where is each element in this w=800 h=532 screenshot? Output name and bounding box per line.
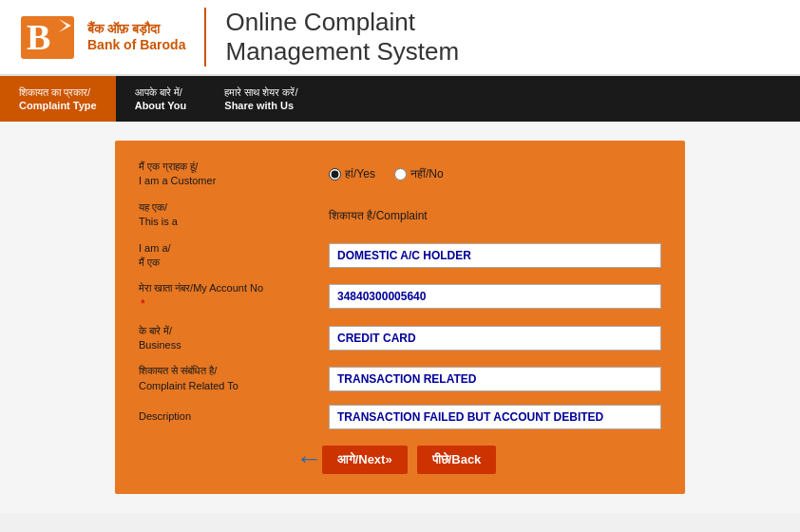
value-account bbox=[329, 284, 661, 309]
radio-group-customer: हां/Yes नहीं/No bbox=[329, 167, 661, 180]
nav-label-eng-1: Complaint Type bbox=[19, 99, 97, 112]
value-complaint: शिकायत है/Complaint bbox=[329, 206, 661, 223]
nav-bar: शिकायत का प्रकार/ Complaint Type आपके बा… bbox=[0, 76, 800, 122]
svg-text:B: B bbox=[27, 17, 50, 57]
nav-label-hindi-1: शिकायत का प्रकार/ bbox=[19, 86, 97, 99]
label-account: मेरा खाता नंबर/My Account No * bbox=[139, 281, 329, 312]
form-row-customer: मैं एक ग्राहक हूं/ I am a Customer हां/Y… bbox=[139, 160, 661, 189]
description-input[interactable] bbox=[329, 405, 661, 429]
system-title-text: Online Complaint Management System bbox=[225, 8, 459, 66]
label-description: Description bbox=[139, 409, 329, 424]
label-related-to: शिकायत से संबंधित है/ Complaint Related … bbox=[139, 364, 329, 393]
form-row-iam: I am a/ मैं एक bbox=[139, 241, 661, 271]
value-domestic bbox=[329, 243, 661, 268]
nav-item-complaint-type[interactable]: शिकायत का प्रकार/ Complaint Type bbox=[0, 76, 116, 122]
value-description bbox=[329, 405, 661, 429]
nav-label-eng-2: About You bbox=[135, 99, 187, 112]
next-button[interactable]: आगे/Next» bbox=[322, 446, 408, 474]
nav-item-about-you[interactable]: आपके बारे में/ About You bbox=[116, 76, 206, 122]
nav-label-hindi-3: हमारे साथ शेयर करें/ bbox=[224, 86, 297, 99]
arrow-down-icon: ↓ bbox=[295, 453, 326, 466]
form-row-business: के बारे में/ Business bbox=[139, 324, 661, 353]
form-row-related-to: शिकायत से संबंधित है/ Complaint Related … bbox=[139, 364, 661, 393]
domestic-holder-input[interactable] bbox=[329, 243, 661, 268]
nav-label-eng-3: Share with Us bbox=[224, 99, 297, 112]
label-customer: मैं एक ग्राहक हूं/ I am a Customer bbox=[139, 160, 329, 189]
logo-area: B बैंक ऑफ़ बड़ौदा Bank of Baroda bbox=[19, 11, 185, 64]
bank-name-eng: Bank of Baroda bbox=[87, 37, 185, 53]
header: B बैंक ऑफ़ बड़ौदा Bank of Baroda Online … bbox=[0, 0, 800, 76]
label-this-is-a: यह एक/ This is a bbox=[139, 200, 329, 230]
business-input[interactable] bbox=[329, 326, 661, 351]
bank-logo-icon: B bbox=[19, 11, 76, 64]
main-content: मैं एक ग्राहक हूं/ I am a Customer हां/Y… bbox=[0, 122, 800, 513]
radio-yes[interactable]: हां/Yes bbox=[329, 167, 375, 180]
button-row: ↓ आगे/Next» पीछे/Back bbox=[139, 445, 661, 475]
nav-label-hindi-2: आपके बारे में/ bbox=[135, 86, 187, 99]
nav-item-share[interactable]: हमारे साथ शेयर करें/ Share with Us bbox=[205, 76, 316, 122]
form-row-account: मेरा खाता नंबर/My Account No * bbox=[139, 281, 661, 312]
bank-name: बैंक ऑफ़ बड़ौदा Bank of Baroda bbox=[87, 21, 185, 53]
label-business: के बारे में/ Business bbox=[139, 324, 329, 353]
label-iam: I am a/ मैं एक bbox=[139, 241, 329, 271]
form-row-complaint-type: यह एक/ This is a शिकायत है/Complaint bbox=[139, 200, 661, 230]
radio-no[interactable]: नहीं/No bbox=[394, 167, 444, 180]
account-number-input[interactable] bbox=[329, 284, 661, 309]
related-to-input[interactable] bbox=[329, 367, 661, 391]
form-row-description: Description bbox=[139, 405, 661, 429]
bank-name-hindi: बैंक ऑफ़ बड़ौदा bbox=[87, 21, 185, 37]
form-container: मैं एक ग्राहक हूं/ I am a Customer हां/Y… bbox=[115, 141, 685, 494]
value-business bbox=[329, 326, 661, 351]
value-related-to bbox=[329, 367, 661, 391]
back-button[interactable]: पीछे/Back bbox=[417, 446, 497, 474]
system-title: Online Complaint Management System bbox=[204, 8, 459, 66]
required-star-account: * bbox=[141, 297, 145, 311]
